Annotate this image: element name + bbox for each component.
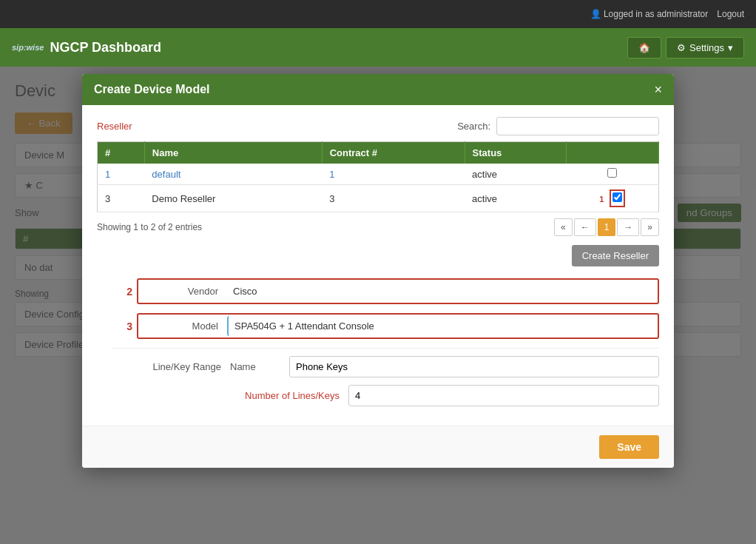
row2-contract: 3 <box>322 185 465 212</box>
row1-name[interactable]: default <box>144 164 322 185</box>
row2-checkbox-cell: 1 <box>566 185 658 212</box>
modal-footer: Save <box>82 426 674 468</box>
create-reseller-button[interactable]: Create Reseller <box>572 245 659 266</box>
name-input[interactable] <box>289 356 659 377</box>
step2-indicator: 2 <box>119 286 137 298</box>
row2-status: active <box>465 185 566 212</box>
pagination-first[interactable]: « <box>554 218 573 236</box>
col-select <box>566 142 658 164</box>
table-row: 1 default 1 active <box>98 164 659 185</box>
page-background: Devic ← Back Device M ★ C Show nd Groups… <box>0 67 756 544</box>
modal-title: Create Device Model <box>94 83 210 96</box>
model-label: Model <box>138 320 227 332</box>
create-device-model-modal: Create Device Model × Reseller Search: <box>82 74 674 468</box>
pagination-page1[interactable]: 1 <box>598 218 616 236</box>
search-input[interactable] <box>496 117 659 135</box>
linekey-section: Line/Key Range Name Number of Lines/Keys <box>112 348 659 406</box>
row1-contract[interactable]: 1 <box>322 164 465 185</box>
row2-checkbox-highlight <box>610 189 625 207</box>
col-status: Status <box>465 142 566 164</box>
modal-header: Create Device Model × <box>82 74 674 105</box>
model-input[interactable] <box>227 316 658 336</box>
reseller-label: Reseller <box>97 121 132 132</box>
col-name: Name <box>144 142 322 164</box>
user-icon: 👤 <box>590 9 601 19</box>
name-label: Name <box>230 361 289 372</box>
vendor-input[interactable] <box>227 281 658 301</box>
settings-label: Settings <box>689 42 724 53</box>
num-lines-label: Number of Lines/Keys <box>230 390 348 401</box>
search-row: Search: <box>457 117 659 135</box>
row1-id[interactable]: 1 <box>98 164 145 185</box>
model-row: 3 Model <box>119 313 659 339</box>
settings-button[interactable]: ⚙ Settings ▾ <box>666 37 744 58</box>
table-footer: Showing 1 to 2 of 2 entries « ← 1 → » <box>97 218 659 236</box>
num-lines-input[interactable] <box>348 385 659 406</box>
vendor-label: Vendor <box>138 286 227 297</box>
pagination-next[interactable]: → <box>617 218 639 236</box>
nav-buttons: 🏠 ⚙ Settings ▾ <box>627 37 744 58</box>
linekey-section-label: Line/Key Range <box>112 361 230 372</box>
settings-icon: ⚙ <box>677 42 686 53</box>
row1-status: active <box>465 164 566 185</box>
sipwise-logo: sip:wise <box>12 43 44 52</box>
modal-close-button[interactable]: × <box>654 83 662 96</box>
col-hash: # <box>98 142 145 164</box>
row1-checkbox[interactable] <box>607 168 617 178</box>
row2-checkbox[interactable] <box>612 192 622 202</box>
search-label: Search: <box>457 121 490 132</box>
row2-name: Demo Reseller <box>144 185 322 212</box>
user-info: 👤 Logged in as administrator <box>590 9 709 19</box>
home-button[interactable]: 🏠 <box>627 37 661 58</box>
reseller-header: Reseller Search: <box>97 117 659 135</box>
reseller-table: # Name Contract # Status 1 default <box>97 141 659 212</box>
brand: sip:wise NGCP Dashboard <box>12 40 161 56</box>
reseller-section: Reseller Search: # Name Contract # <box>97 117 659 266</box>
logged-in-text: Logged in as administrator <box>604 9 708 19</box>
settings-chevron-icon: ▾ <box>728 42 733 53</box>
modal-overlay: Create Device Model × Reseller Search: <box>0 67 756 544</box>
row1-checkbox-cell <box>566 164 658 185</box>
row2-id: 3 <box>98 185 145 212</box>
table-row: 3 Demo Reseller 3 active 1 <box>98 185 659 212</box>
save-button[interactable]: Save <box>599 435 659 459</box>
showing-text: Showing 1 to 2 of 2 entries <box>97 222 202 232</box>
brand-name: NGCP Dashboard <box>50 40 161 56</box>
header-nav: sip:wise NGCP Dashboard 🏠 ⚙ Settings ▾ <box>0 28 756 67</box>
step3-indicator: 3 <box>119 320 137 332</box>
col-contract: Contract # <box>322 142 465 164</box>
row2-step1-indicator: 1 <box>599 195 604 204</box>
pagination: « ← 1 → » <box>554 218 659 236</box>
modal-body: Reseller Search: # Name Contract # <box>82 105 674 426</box>
top-bar: 👤 Logged in as administrator Logout <box>0 0 756 28</box>
pagination-prev[interactable]: ← <box>574 218 596 236</box>
vendor-row: 2 Vendor <box>119 278 659 304</box>
logout-link[interactable]: Logout <box>717 9 744 19</box>
pagination-last[interactable]: » <box>641 218 659 236</box>
